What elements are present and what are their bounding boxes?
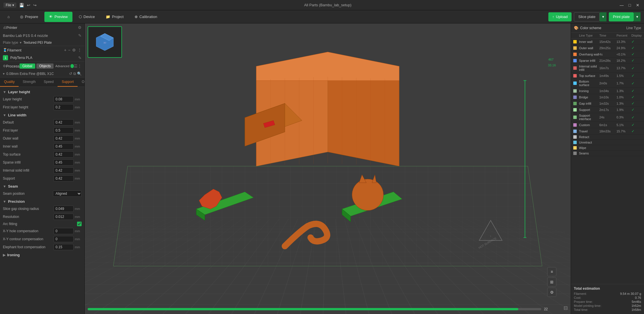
filament-config-icon[interactable]: ⚙ [72,48,76,52]
prepare-label: Prepare [25,15,38,19]
close-button[interactable]: ✕ [635,2,641,8]
process-list-icon[interactable]: ☰ [74,64,78,68]
lt-display-toggle[interactable]: ✓ [631,66,642,70]
total-estimation: Total estimation Filament: 9.54 m 30.07 … [571,284,644,314]
arc-fitting-checkbox[interactable] [77,222,82,226]
advanced-toggle[interactable] [70,64,74,68]
lt-display-toggle[interactable]: ✓ [631,101,642,106]
printer-edit-button[interactable]: ✎ [78,33,82,38]
tab-others[interactable]: Others [78,77,85,87]
xy-contour-input[interactable] [54,236,74,242]
support-input[interactable] [54,175,74,182]
inner-wall-input[interactable] [54,143,74,150]
viewport-settings-icon[interactable]: ⊟ [564,305,568,311]
slice-button[interactable]: Slice plate [574,12,600,21]
preset-search-icon[interactable]: 🔍 [77,71,82,76]
line-width-group-header[interactable]: ▼ Line width [0,111,84,118]
tab-prepare[interactable]: ◎ Prepare [15,12,43,22]
filament-remove-icon[interactable]: − [68,48,70,52]
lt-display-toggle[interactable]: ✓ [631,108,642,112]
lt-display-toggle[interactable]: ✓ [631,115,642,120]
top-surface-input[interactable] [54,151,74,158]
lt-display-toggle[interactable]: ✓ [631,46,642,50]
tool-settings[interactable]: ⚙ [547,288,556,297]
process-more-icon[interactable]: ⋮ [78,64,82,68]
maximize-button[interactable]: □ [627,2,633,8]
lt-color-swatch [573,53,577,56]
precision-group-header[interactable]: ▼ Precision [0,198,84,205]
lt-row: Inner wall 15m42s 13.3% ✓ [571,39,644,45]
lt-display-toggle[interactable]: ✓ [631,89,642,93]
xy-hole-input[interactable] [54,228,74,234]
filament-edit-button[interactable]: ✎ [78,55,82,60]
process-tab-global[interactable]: Global [19,63,35,69]
process-tab-objects[interactable]: Objects [36,63,54,69]
tab-calibration[interactable]: ⊕ Calibration [130,12,162,22]
file-menu[interactable]: File ▾ [3,3,16,8]
tool-layers[interactable]: ≡ [547,267,556,276]
filament-more-icon[interactable]: ⋮ [78,48,82,52]
lt-display-toggle[interactable]: ✓ [631,52,642,56]
print-dropdown-button[interactable]: ▾ [634,12,641,21]
tab-quality[interactable]: Quality [0,77,19,87]
viewport[interactable]: 3D [85,23,571,314]
plate-value[interactable]: Textured PEI Plate [23,41,52,45]
tab-device[interactable]: ⬡ Device [74,12,100,22]
tab-preview[interactable]: 👁 Preview [44,12,72,22]
lt-display-toggle[interactable]: ✓ [631,123,642,127]
undo-button[interactable]: ↩ [27,3,30,7]
tab-strength[interactable]: Strength [19,77,40,87]
layer-height-input[interactable] [54,96,74,102]
sparse-infill-input[interactable] [54,159,74,166]
print-button[interactable]: Print plate [609,12,634,21]
lt-color-swatch [573,96,577,99]
first-layer-input[interactable] [54,127,74,134]
filament-icons: + − ⚙ ⋮ [64,48,82,52]
preset-copy-icon[interactable]: ⧉ [73,71,76,76]
lt-display-toggle[interactable]: ✓ [631,39,642,44]
lt-display-toggle[interactable]: ✓ [631,95,642,99]
process-section: ⚙ Process Global Objects Advanced ☰ ⋮ ▾ … [0,62,84,77]
seam-position-select[interactable]: Aligned [53,190,82,197]
lt-display-toggle[interactable]: ✓ [631,73,642,78]
preset-name[interactable]: 0.08mm Extra Fine @BBL X1C [6,72,67,76]
printer-edit-icon[interactable]: ⚙ [78,25,82,30]
slice-gap-input[interactable] [54,206,74,212]
layer-height-group-header[interactable]: ▼ Layer height [0,88,84,95]
tab-project[interactable]: 📁 Project [101,12,128,22]
first-layer-height-input[interactable] [54,104,74,110]
elephant-unit: mm [75,245,82,249]
lt-display-toggle[interactable]: ✓ [631,81,642,86]
lt-pct: 1.9% [617,108,631,112]
seam-group-header[interactable]: ▼ Seam [0,182,84,190]
home-button[interactable]: ⌂ [3,12,14,22]
filament-add-icon[interactable]: + [64,48,66,52]
lt-display-toggle[interactable]: ✓ [631,129,642,133]
lt-row: Custom 6m1s 5.1% ✓ [571,122,644,128]
save-button[interactable]: 💾 [19,3,24,7]
tab-speed[interactable]: Speed [40,77,58,87]
lt-color-swatch [573,46,577,50]
ironing-group-header[interactable]: ▶ Ironing [0,251,84,258]
preset-refresh-icon[interactable]: ↺ [69,71,72,76]
resolution-input[interactable] [54,214,74,220]
tab-support[interactable]: Support [58,77,78,87]
slice-dropdown-button[interactable]: ▾ [600,12,606,21]
svg-marker-4 [328,66,399,166]
printer-name-row[interactable]: Bambu Lab P1S 0.4 nozzle ✎ [0,31,84,39]
default-input[interactable] [54,119,74,126]
tool-orient[interactable]: ⊞ [547,277,556,287]
lt-display-toggle[interactable]: ✓ [631,58,642,63]
redo-button[interactable]: ↪ [33,3,37,7]
internal-solid-infill-input[interactable] [54,167,74,174]
internal-solid-infill-unit: mm [75,169,82,172]
seam-group-label: Seam [8,184,18,188]
upload-button[interactable]: ↑ Upload [548,12,572,21]
lt-name: Overhang wall [579,53,599,56]
minimize-button[interactable]: — [619,2,625,8]
outer-wall-input[interactable] [54,135,74,142]
progress-bar-background[interactable] [88,308,541,310]
lt-color-swatch [573,82,577,85]
progress-bar-fill [88,308,518,310]
elephant-input[interactable] [54,244,74,250]
